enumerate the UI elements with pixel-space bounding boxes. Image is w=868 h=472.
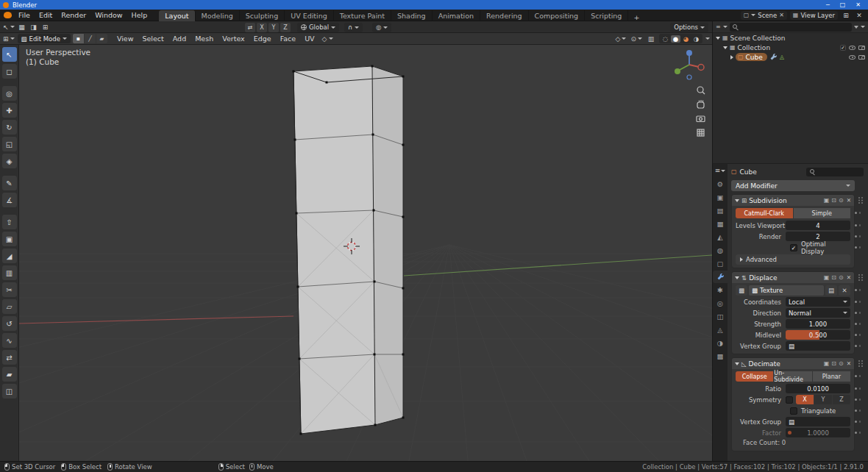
render-toggle-icon[interactable]: ⊙: [839, 274, 844, 281]
options-dropdown[interactable]: Options: [670, 23, 708, 32]
axis-z-button[interactable]: Z: [833, 395, 850, 404]
outliner-editor-icon[interactable]: ≡: [716, 24, 721, 30]
outliner-row-cube[interactable]: ▢ Cube ◬: [713, 52, 868, 62]
texture-browse-button[interactable]: ▩: [736, 285, 747, 296]
planar-button[interactable]: Planar: [813, 371, 850, 382]
expand-icon[interactable]: [723, 46, 728, 49]
unlink-scene-icon[interactable]: ✕: [779, 12, 784, 18]
mirror-x-toggle[interactable]: X: [257, 23, 267, 32]
triangulate-checkbox[interactable]: [790, 407, 797, 415]
disable-render-icon[interactable]: [858, 46, 865, 50]
face-select-button[interactable]: ▰: [96, 34, 107, 43]
tab-physics-icon[interactable]: ◎: [713, 297, 728, 310]
workspace-tab-shading[interactable]: Shading: [391, 10, 433, 21]
outliner-row-scene-collection[interactable]: ▦ Scene Collection: [713, 33, 868, 43]
modifier-name[interactable]: Displace: [749, 274, 777, 282]
tool-transform[interactable]: ◈: [2, 154, 17, 168]
tool-smooth[interactable]: ∿: [2, 333, 17, 348]
workspace-tab-animation[interactable]: Animation: [433, 10, 480, 21]
axis-x-button[interactable]: X: [796, 395, 814, 404]
realtime-toggle-icon[interactable]: ⊡: [831, 197, 836, 204]
optimal-display-checkbox[interactable]: ✓: [790, 244, 797, 251]
snap-dropdown[interactable]: ∩: [344, 23, 363, 32]
displace-header[interactable]: ⇅ Displace ▣ ⊡ ⊙ ✕: [732, 272, 854, 283]
realtime-toggle-icon[interactable]: ⊡: [831, 360, 836, 367]
simple-button[interactable]: Simple: [794, 208, 851, 218]
exclude-checkbox[interactable]: ✓: [840, 45, 846, 51]
realtime-toggle-icon[interactable]: ⊡: [831, 274, 836, 281]
menu-mesh[interactable]: Mesh: [191, 35, 218, 43]
shading-options-chevron[interactable]: [705, 37, 710, 40]
drag-grip-icon[interactable]: [858, 360, 864, 368]
menu-uv[interactable]: UV: [300, 35, 319, 43]
mirror-z-toggle[interactable]: Z: [280, 23, 291, 32]
expand-icon[interactable]: [735, 276, 739, 279]
shading-solid-button[interactable]: ●: [671, 35, 680, 43]
tool-cursor[interactable]: ◎: [2, 86, 17, 101]
tool-scale[interactable]: ◱: [2, 137, 17, 151]
hide-eye-icon[interactable]: [849, 46, 855, 50]
tool-annotate[interactable]: ✎: [2, 176, 17, 190]
menu-edit[interactable]: Edit: [35, 11, 57, 19]
tab-view-layer-icon[interactable]: ▦: [713, 218, 728, 230]
new-view-layer-icon[interactable]: ⊞: [841, 10, 851, 20]
tab-tool-icon[interactable]: ⚙: [713, 178, 728, 190]
minimize-button[interactable]: ─: [826, 1, 830, 8]
menu-add[interactable]: Add: [168, 35, 191, 43]
outliner-row-collection[interactable]: ▦ Collection ✓: [713, 43, 868, 52]
decimate-header[interactable]: ◺ Decimate ▣ ⊡ ⊙ ✕: [732, 358, 854, 369]
levels-viewport-field[interactable]: 4: [786, 221, 850, 230]
axis-y-button[interactable]: Y: [814, 395, 832, 404]
editmode-toggle-icon[interactable]: ▣: [824, 274, 830, 281]
mesh-cube[interactable]: [293, 65, 405, 435]
menu-view[interactable]: View: [113, 35, 138, 43]
breadcrumb-object-name[interactable]: Cube: [740, 168, 757, 176]
tool-select-box[interactable]: ◻: [2, 64, 17, 79]
workspace-tab-texture-paint[interactable]: Texture Paint: [334, 10, 391, 21]
tool-spin[interactable]: ↺: [2, 316, 17, 331]
catmull-clark-button[interactable]: Catmull-Clark: [736, 208, 793, 218]
menu-select[interactable]: Select: [138, 35, 168, 43]
xray-toggle[interactable]: ▥: [646, 34, 656, 43]
remove-view-layer-icon[interactable]: ✕: [854, 10, 864, 20]
workspace-tab-rendering[interactable]: Rendering: [480, 10, 529, 21]
tool-rip-region[interactable]: ◫: [2, 384, 17, 398]
coordinates-dropdown[interactable]: Local: [786, 297, 850, 307]
tool-loop-cut[interactable]: ▥: [2, 265, 17, 280]
outliner-search-input[interactable]: [730, 23, 852, 32]
direction-dropdown[interactable]: Normal: [786, 308, 850, 318]
tab-modifiers-icon[interactable]: [713, 271, 728, 283]
workspace-tab-compositing[interactable]: Compositing: [529, 10, 586, 21]
shading-rendered-button[interactable]: ◑: [691, 35, 701, 43]
remove-modifier-icon[interactable]: ✕: [847, 197, 851, 204]
proportional-edit-dropdown[interactable]: ◎: [372, 23, 391, 32]
expand-icon[interactable]: [716, 37, 720, 40]
active-object-highlight[interactable]: ▢ Cube: [736, 53, 767, 61]
gizmos-dropdown[interactable]: ◇: [615, 34, 627, 43]
transform-orientation-dropdown[interactable]: Global: [297, 23, 339, 32]
menu-file[interactable]: File: [14, 11, 35, 19]
shading-material-button[interactable]: ◕: [681, 35, 691, 43]
workspace-tab-modeling[interactable]: Modeling: [196, 10, 240, 21]
tab-render-icon[interactable]: ▣: [713, 191, 728, 204]
texture-new-button[interactable]: ▤: [825, 285, 837, 296]
tool-extrude[interactable]: ⇧: [2, 215, 17, 229]
modifier-name[interactable]: Subdivision: [749, 197, 787, 204]
workspace-tab-layout[interactable]: Layout: [159, 10, 195, 21]
close-button[interactable]: ✕: [855, 1, 861, 8]
advanced-subpanel[interactable]: Advanced: [736, 254, 850, 265]
tool-measure[interactable]: ∡: [2, 193, 17, 207]
properties-search-input[interactable]: [806, 168, 864, 176]
expand-icon[interactable]: [735, 362, 739, 365]
render-toggle-icon[interactable]: ⊙: [839, 360, 844, 367]
expand-icon[interactable]: [730, 55, 733, 60]
vertex-select-button[interactable]: ▪: [73, 34, 84, 43]
add-modifier-button[interactable]: Add Modifier: [731, 180, 855, 191]
menu-vertex[interactable]: Vertex: [218, 35, 249, 43]
expand-icon[interactable]: [735, 199, 739, 202]
view-layer-selector[interactable]: ▦ View Layer: [790, 11, 838, 20]
vertex-group-picker[interactable]: ▤: [786, 341, 850, 351]
symmetry-checkbox[interactable]: [786, 396, 793, 404]
add-workspace-button[interactable]: +: [628, 13, 644, 21]
scene-selector[interactable]: ▢ Scene ✕: [741, 11, 787, 20]
